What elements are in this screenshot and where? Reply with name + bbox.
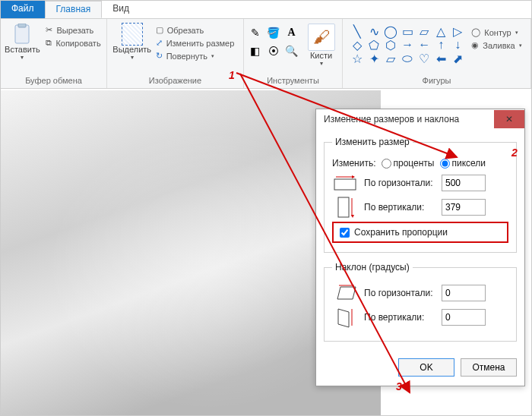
shapes-gallery[interactable]: ╲∿◯▭▱△▷ ◇⬠⬡→←↑↓ ☆✦▱⬭♡⬅⬈	[350, 22, 465, 65]
skew-h-icon	[332, 283, 358, 303]
chevron-down-icon: ▾	[211, 53, 214, 59]
resize-fieldset: Изменить размер Изменить: проценты пиксе…	[324, 137, 517, 253]
outline-button[interactable]: ◯ Контур ▾	[470, 27, 523, 38]
brush-icon: 🖌	[313, 27, 330, 47]
change-by-label: Изменить:	[332, 158, 375, 169]
magnifier-icon[interactable]: 🔍	[284, 43, 299, 58]
skew-vertical-label: По вертикали:	[364, 312, 435, 323]
skew-fieldset: Наклон (градусы) По горизонтали: По верт…	[324, 262, 517, 342]
svg-marker-8	[338, 309, 349, 327]
chevron-down-icon: ▾	[21, 54, 24, 61]
pencil-icon[interactable]: ✎	[248, 25, 263, 40]
scissors-icon: ✂	[46, 25, 52, 35]
brushes-button[interactable]: 🖌 Кисти ▾	[304, 22, 339, 67]
rotate-icon: ↻	[156, 51, 163, 61]
resize-icon: ⤢	[156, 38, 163, 48]
resize-legend: Изменить размер	[332, 137, 413, 147]
ok-button[interactable]: OK	[398, 358, 454, 377]
svg-rect-0	[15, 25, 29, 43]
svg-rect-1	[18, 24, 26, 27]
crop-icon: ▢	[156, 25, 163, 35]
svg-marker-6	[337, 287, 356, 299]
copy-icon: ⧉	[46, 38, 52, 48]
close-icon: ✕	[505, 114, 513, 124]
fill-button[interactable]: ◉ Заливка ▾	[470, 39, 523, 51]
horizontal-label: По горизонтали:	[364, 178, 435, 188]
dialog-title: Изменение размеров и наклона	[324, 114, 459, 124]
radio-pixels[interactable]: пиксели	[440, 158, 486, 169]
outline-icon: ◯	[471, 27, 480, 37]
keep-ratio-label: Сохранить пропорции	[354, 227, 448, 238]
chevron-down-icon: ▾	[131, 54, 134, 61]
skew-v-icon	[332, 307, 358, 327]
bucket-icon[interactable]: 🪣	[266, 25, 281, 40]
horizontal-input[interactable]	[442, 175, 486, 191]
annotation-marker-1: 1	[229, 69, 235, 81]
vertical-input[interactable]	[442, 199, 486, 216]
tab-home[interactable]: Главная	[45, 1, 103, 18]
keep-ratio-highlight: Сохранить пропорции	[332, 222, 508, 243]
skew-legend: Наклон (градусы)	[332, 262, 413, 273]
crop-button[interactable]: ▢ Обрезать	[154, 24, 236, 36]
horizontal-icon	[332, 173, 358, 193]
chevron-down-icon: ▾	[320, 60, 323, 67]
paste-button[interactable]: Вставить ▾	[5, 22, 40, 61]
group-title-shapes: Фигуры	[349, 74, 524, 88]
skew-vertical-input[interactable]	[442, 309, 486, 326]
cancel-button[interactable]: Отмена	[461, 358, 517, 377]
cut-button[interactable]: ✂ Вырезать	[44, 24, 102, 36]
skew-horizontal-label: По горизонтали:	[364, 288, 435, 298]
vertical-icon	[332, 197, 358, 217]
skew-horizontal-input[interactable]	[442, 285, 486, 301]
menu-tabs: Файл Главная Вид	[1, 1, 531, 19]
copy-button[interactable]: ⧉ Копировать	[44, 37, 102, 49]
close-button[interactable]: ✕	[494, 110, 524, 128]
tab-view[interactable]: Вид	[102, 1, 140, 18]
resize-skew-dialog: Изменение размеров и наклона ✕ Изменить …	[315, 109, 525, 386]
fill-icon: ◉	[471, 40, 479, 50]
ribbon: Вставить ▾ ✂ Вырезать ⧉ Копировать Буфер…	[1, 19, 531, 89]
svg-rect-2	[334, 179, 356, 190]
rotate-button[interactable]: ↻ Повернуть ▾	[154, 50, 236, 61]
radio-percent[interactable]: проценты	[382, 158, 434, 169]
text-icon[interactable]: A	[284, 25, 299, 40]
group-title-clipboard: Буфер обмена	[7, 74, 100, 88]
group-title-image: Изображение	[113, 74, 237, 88]
tab-file[interactable]: Файл	[1, 1, 45, 18]
chevron-down-icon: ▾	[515, 30, 518, 36]
svg-rect-4	[338, 197, 349, 217]
tool-grid: ✎ 🪣 A ◧ ⦿ 🔍	[248, 22, 299, 58]
eyedropper-icon[interactable]: ⦿	[266, 43, 281, 58]
vertical-label: По вертикали:	[364, 202, 435, 213]
annotation-marker-3: 3	[396, 380, 402, 392]
group-title-tools: Инструменты	[250, 74, 336, 88]
annotation-marker-2: 2	[511, 147, 518, 159]
select-rect-icon	[122, 23, 143, 46]
keep-ratio-checkbox[interactable]	[340, 228, 350, 238]
chevron-down-icon: ▾	[519, 43, 522, 49]
select-button[interactable]: Выделить ▾	[115, 22, 150, 61]
resize-button[interactable]: ⤢ Изменить размер	[154, 37, 236, 49]
clipboard-icon	[11, 24, 33, 45]
eraser-icon[interactable]: ◧	[248, 43, 263, 58]
